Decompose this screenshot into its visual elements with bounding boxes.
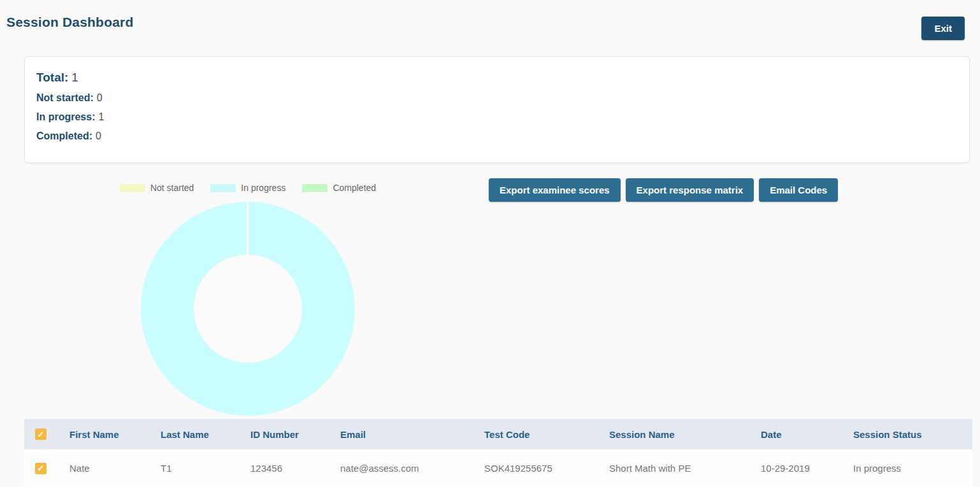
- legend-label-in-progress: In progress: [241, 183, 285, 193]
- stat-total-label: Total:: [36, 71, 68, 84]
- exit-button[interactable]: Exit: [921, 17, 965, 40]
- stat-total-value: 1: [71, 71, 78, 84]
- chart-legend: Not started In progress Completed: [0, 183, 496, 193]
- column-header-session-status: Session Status: [853, 429, 972, 440]
- stat-not-started-value: 0: [97, 92, 103, 103]
- email-codes-button[interactable]: Email Codes: [759, 178, 838, 202]
- stat-in-progress: In progress:1: [36, 111, 958, 123]
- column-header-email: Email: [340, 429, 484, 440]
- table-header-row: ✓ First Name Last Name ID Number Email T…: [24, 419, 972, 449]
- select-all-checkbox[interactable]: ✓: [35, 428, 47, 440]
- page-title: Session Dashboard: [6, 15, 133, 30]
- stat-not-started: Not started:0: [36, 92, 958, 104]
- legend-swatch-not-started: [120, 184, 145, 192]
- sessions-table: ✓ First Name Last Name ID Number Email T…: [24, 419, 972, 487]
- stat-completed: Completed:0: [36, 131, 958, 142]
- check-icon: ✓: [38, 430, 45, 439]
- column-header-last-name: Last Name: [161, 429, 250, 440]
- legend-item-in-progress[interactable]: In progress: [210, 183, 285, 193]
- cell-last-name: T1: [161, 463, 250, 474]
- legend-swatch-in-progress: [210, 184, 236, 192]
- stat-completed-value: 0: [96, 131, 101, 141]
- row-checkbox[interactable]: ✓: [35, 463, 47, 474]
- donut-chart: [141, 202, 355, 416]
- cell-session-name: Short Math with PE: [609, 463, 761, 474]
- stat-in-progress-label: In progress:: [36, 111, 95, 122]
- stat-completed-label: Completed:: [36, 131, 92, 141]
- column-header-id-number: ID Number: [250, 429, 340, 440]
- row-select-cell: ✓: [24, 463, 69, 474]
- legend-item-completed[interactable]: Completed: [302, 183, 376, 193]
- select-all-cell: ✓: [24, 428, 69, 440]
- column-header-test-code: Test Code: [484, 429, 609, 440]
- cell-email: nate@assess.com: [340, 463, 484, 474]
- summary-card: Total:1 Not started:0 In progress:1 Comp…: [24, 56, 970, 163]
- check-icon: ✓: [38, 464, 45, 472]
- cell-first-name: Nate: [69, 463, 161, 474]
- legend-item-not-started[interactable]: Not started: [120, 183, 194, 193]
- cell-date: 10-29-2019: [761, 463, 853, 474]
- column-header-date: Date: [761, 429, 853, 440]
- stat-not-started-label: Not started:: [36, 92, 94, 103]
- export-examinee-scores-button[interactable]: Export examinee scores: [489, 178, 621, 202]
- stat-total: Total:1: [36, 71, 958, 85]
- donut-slice-divider: [247, 202, 249, 256]
- legend-label-completed: Completed: [333, 183, 376, 193]
- legend-swatch-completed: [302, 184, 328, 192]
- action-button-row: Export examinee scores Export response m…: [489, 178, 838, 202]
- cell-test-code: SOK419255675: [484, 463, 609, 474]
- column-header-first-name: First Name: [69, 429, 161, 440]
- column-header-session-name: Session Name: [609, 429, 761, 440]
- table-row: ✓ Nate T1 123456 nate@assess.com SOK4192…: [24, 449, 972, 487]
- cell-session-status: In progress: [853, 463, 972, 474]
- cell-id-number: 123456: [250, 463, 340, 474]
- export-response-matrix-button[interactable]: Export response matrix: [626, 178, 754, 202]
- legend-label-not-started: Not started: [150, 183, 194, 193]
- stat-in-progress-value: 1: [98, 111, 104, 122]
- donut-hole: [194, 255, 302, 363]
